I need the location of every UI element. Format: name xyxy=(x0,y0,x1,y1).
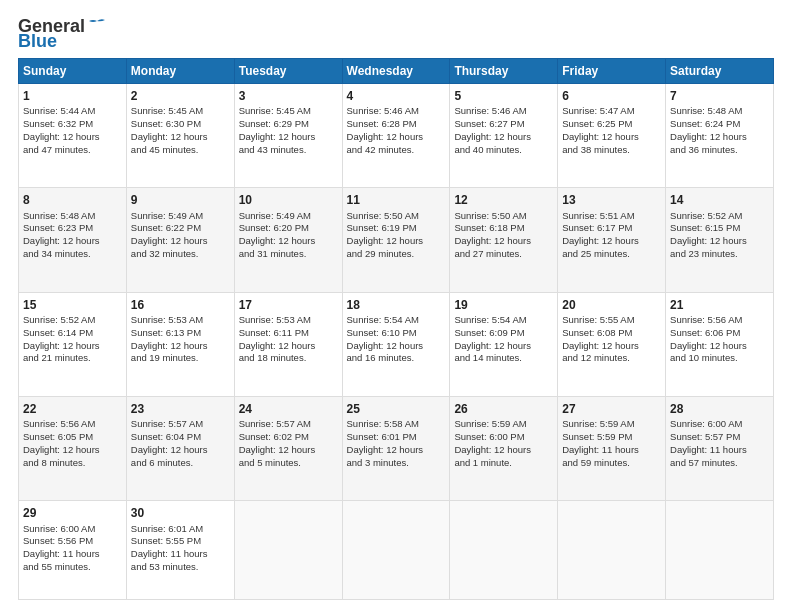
day-info-line: Sunrise: 5:46 AM xyxy=(454,105,553,118)
day-info-line: and 43 minutes. xyxy=(239,144,338,157)
day-number: 23 xyxy=(131,401,230,417)
day-info-line: and 45 minutes. xyxy=(131,144,230,157)
calendar-cell: 11Sunrise: 5:50 AMSunset: 6:19 PMDayligh… xyxy=(342,188,450,292)
calendar-cell: 22Sunrise: 5:56 AMSunset: 6:05 PMDayligh… xyxy=(19,397,127,501)
logo: General Blue xyxy=(18,16,107,52)
day-info-line: and 21 minutes. xyxy=(23,352,122,365)
day-info-line: Sunrise: 5:50 AM xyxy=(347,210,446,223)
day-info-line: Sunset: 5:59 PM xyxy=(562,431,661,444)
day-info-line: Daylight: 12 hours xyxy=(454,131,553,144)
day-info-line: Sunset: 6:17 PM xyxy=(562,222,661,235)
weekday-header-thursday: Thursday xyxy=(450,59,558,84)
calendar-cell: 9Sunrise: 5:49 AMSunset: 6:22 PMDaylight… xyxy=(126,188,234,292)
day-info-line: Sunset: 6:19 PM xyxy=(347,222,446,235)
day-number: 19 xyxy=(454,297,553,313)
day-info-line: Sunrise: 5:53 AM xyxy=(239,314,338,327)
day-info-line: and 5 minutes. xyxy=(239,457,338,470)
day-info-line: Sunset: 6:24 PM xyxy=(670,118,769,131)
calendar-cell: 4Sunrise: 5:46 AMSunset: 6:28 PMDaylight… xyxy=(342,84,450,188)
day-info-line: Sunset: 5:57 PM xyxy=(670,431,769,444)
day-info-line: Sunrise: 5:56 AM xyxy=(23,418,122,431)
day-info-line: Sunset: 6:10 PM xyxy=(347,327,446,340)
calendar-cell: 27Sunrise: 5:59 AMSunset: 5:59 PMDayligh… xyxy=(558,397,666,501)
calendar-cell: 13Sunrise: 5:51 AMSunset: 6:17 PMDayligh… xyxy=(558,188,666,292)
day-info-line: Daylight: 12 hours xyxy=(670,131,769,144)
calendar-cell xyxy=(234,501,342,600)
day-info-line: Sunrise: 5:55 AM xyxy=(562,314,661,327)
calendar-cell: 29Sunrise: 6:00 AMSunset: 5:56 PMDayligh… xyxy=(19,501,127,600)
calendar-week-row: 22Sunrise: 5:56 AMSunset: 6:05 PMDayligh… xyxy=(19,397,774,501)
day-info-line: Daylight: 12 hours xyxy=(670,340,769,353)
day-info-line: Sunset: 6:13 PM xyxy=(131,327,230,340)
day-info-line: Sunrise: 5:52 AM xyxy=(670,210,769,223)
calendar-cell xyxy=(342,501,450,600)
calendar-cell: 21Sunrise: 5:56 AMSunset: 6:06 PMDayligh… xyxy=(666,292,774,396)
day-number: 5 xyxy=(454,88,553,104)
weekday-header-friday: Friday xyxy=(558,59,666,84)
day-info-line: Sunrise: 6:01 AM xyxy=(131,523,230,536)
day-info-line: Sunrise: 5:58 AM xyxy=(347,418,446,431)
day-number: 16 xyxy=(131,297,230,313)
day-info-line: and 27 minutes. xyxy=(454,248,553,261)
header: General Blue xyxy=(18,16,774,52)
page: General Blue SundayMondayTuesdayWednesda… xyxy=(0,0,792,612)
day-info-line: and 6 minutes. xyxy=(131,457,230,470)
day-info-line: and 36 minutes. xyxy=(670,144,769,157)
day-info-line: Daylight: 12 hours xyxy=(562,340,661,353)
calendar-cell: 3Sunrise: 5:45 AMSunset: 6:29 PMDaylight… xyxy=(234,84,342,188)
calendar-cell xyxy=(558,501,666,600)
calendar-week-row: 1Sunrise: 5:44 AMSunset: 6:32 PMDaylight… xyxy=(19,84,774,188)
day-info-line: Daylight: 12 hours xyxy=(239,444,338,457)
day-info-line: and 47 minutes. xyxy=(23,144,122,157)
day-number: 27 xyxy=(562,401,661,417)
day-info-line: and 59 minutes. xyxy=(562,457,661,470)
day-number: 26 xyxy=(454,401,553,417)
day-info-line: Daylight: 12 hours xyxy=(23,235,122,248)
day-info-line: Sunset: 6:14 PM xyxy=(23,327,122,340)
day-number: 22 xyxy=(23,401,122,417)
day-info-line: Sunrise: 5:53 AM xyxy=(131,314,230,327)
day-number: 2 xyxy=(131,88,230,104)
day-info-line: and 53 minutes. xyxy=(131,561,230,574)
calendar-cell: 16Sunrise: 5:53 AMSunset: 6:13 PMDayligh… xyxy=(126,292,234,396)
day-info-line: Daylight: 12 hours xyxy=(23,444,122,457)
weekday-header-monday: Monday xyxy=(126,59,234,84)
day-info-line: Sunrise: 5:44 AM xyxy=(23,105,122,118)
day-info-line: Daylight: 12 hours xyxy=(23,131,122,144)
day-info-line: and 3 minutes. xyxy=(347,457,446,470)
calendar-week-row: 8Sunrise: 5:48 AMSunset: 6:23 PMDaylight… xyxy=(19,188,774,292)
calendar-cell: 14Sunrise: 5:52 AMSunset: 6:15 PMDayligh… xyxy=(666,188,774,292)
day-info-line: Daylight: 11 hours xyxy=(131,548,230,561)
day-number: 1 xyxy=(23,88,122,104)
calendar-cell: 30Sunrise: 6:01 AMSunset: 5:55 PMDayligh… xyxy=(126,501,234,600)
day-info-line: Daylight: 12 hours xyxy=(131,340,230,353)
day-number: 15 xyxy=(23,297,122,313)
day-info-line: Sunrise: 5:54 AM xyxy=(347,314,446,327)
day-info-line: and 10 minutes. xyxy=(670,352,769,365)
day-info-line: Daylight: 12 hours xyxy=(347,340,446,353)
day-info-line: Daylight: 11 hours xyxy=(670,444,769,457)
day-info-line: Sunset: 6:00 PM xyxy=(454,431,553,444)
day-number: 18 xyxy=(347,297,446,313)
calendar-cell: 1Sunrise: 5:44 AMSunset: 6:32 PMDaylight… xyxy=(19,84,127,188)
day-info-line: Sunrise: 5:48 AM xyxy=(670,105,769,118)
day-info-line: Sunrise: 5:49 AM xyxy=(131,210,230,223)
calendar-cell: 24Sunrise: 5:57 AMSunset: 6:02 PMDayligh… xyxy=(234,397,342,501)
day-info-line: Sunrise: 5:56 AM xyxy=(670,314,769,327)
day-info-line: and 1 minute. xyxy=(454,457,553,470)
day-number: 12 xyxy=(454,192,553,208)
day-info-line: Sunset: 6:08 PM xyxy=(562,327,661,340)
day-info-line: Daylight: 12 hours xyxy=(23,340,122,353)
day-number: 21 xyxy=(670,297,769,313)
day-info-line: Sunset: 6:06 PM xyxy=(670,327,769,340)
day-info-line: Sunset: 6:01 PM xyxy=(347,431,446,444)
day-info-line: and 38 minutes. xyxy=(562,144,661,157)
day-info-line: and 16 minutes. xyxy=(347,352,446,365)
day-info-line: Sunrise: 5:59 AM xyxy=(454,418,553,431)
calendar-cell: 19Sunrise: 5:54 AMSunset: 6:09 PMDayligh… xyxy=(450,292,558,396)
calendar-cell: 2Sunrise: 5:45 AMSunset: 6:30 PMDaylight… xyxy=(126,84,234,188)
day-info-line: and 18 minutes. xyxy=(239,352,338,365)
day-info-line: Sunset: 6:28 PM xyxy=(347,118,446,131)
day-info-line: Daylight: 12 hours xyxy=(131,235,230,248)
day-info-line: and 29 minutes. xyxy=(347,248,446,261)
